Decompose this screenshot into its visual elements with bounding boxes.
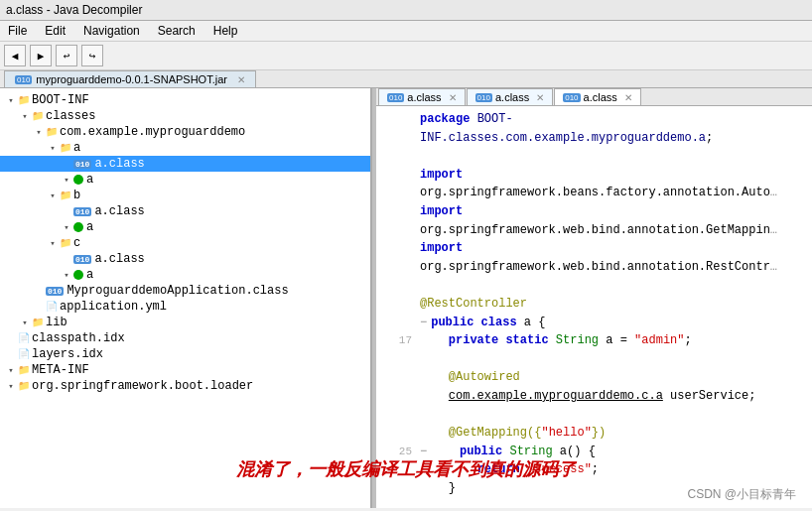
overlay-container: 混淆了，一般反编译工具看不到真的源码了 <box>0 457 812 481</box>
menu-search[interactable]: Search <box>154 23 200 39</box>
main-area: ▾ 📁 BOOT-INF ▾ 📁 classes ▾ 📁 com.example… <box>0 88 812 508</box>
menu-help[interactable]: Help <box>209 23 242 39</box>
code-line-ann1: @RestController <box>384 295 804 314</box>
code-line-import1: import org.springframework.beans.factory… <box>384 166 804 202</box>
menu-edit[interactable]: Edit <box>41 23 69 39</box>
tree-item-spring-loader[interactable]: ▾ 📁 org.springframework.boot.loader <box>0 378 370 394</box>
tab1-label: a.class <box>407 91 441 103</box>
tab2-close[interactable]: ✕ <box>536 92 544 103</box>
tree-item-b-folder[interactable]: ▾ 📁 b <box>0 188 370 203</box>
tree-item-layers[interactable]: 📄 layers.idx <box>0 346 370 362</box>
tree-item-c-aclass[interactable]: 010 a.class <box>0 251 370 267</box>
code-line-blank4 <box>384 406 804 425</box>
watermark: CSDN @小目标青年 <box>687 486 796 503</box>
tree-item-a-inner-1[interactable]: ▾ a <box>0 172 370 188</box>
code-tab-2[interactable]: 010 a.class ✕ <box>467 88 554 105</box>
code-line-import3: import org.springframework.web.bind.anno… <box>384 239 804 276</box>
overlay-cn-text: 混淆了，一般反编译工具看不到真的源码了 <box>236 459 576 479</box>
file-tabs: 010 myproguarddemo-0.0.1-SNAPSHOT.jar ✕ <box>0 70 812 88</box>
tree-item-c-inner[interactable]: ▾ a <box>0 267 370 283</box>
toolbar-undo-button[interactable]: ↩ <box>56 45 77 66</box>
tab3-icon: 010 <box>563 93 580 102</box>
tree-item-package[interactable]: ▾ 📁 com.example.myproguarddemo <box>0 124 370 140</box>
code-panel: 010 a.class ✕ 010 a.class ✕ 010 a.class … <box>376 88 812 508</box>
app-title: a.class - Java Decompiler <box>6 3 142 17</box>
tree-item-meta-inf[interactable]: ▾ 📁 META-INF <box>0 362 370 378</box>
tree-item-classpath[interactable]: 📄 classpath.idx <box>0 330 370 346</box>
code-line-blank3 <box>384 350 804 369</box>
tree-item-a-class[interactable]: 010 a.class <box>0 156 370 172</box>
tree-item-classes[interactable]: ▾ 📁 classes <box>0 108 370 124</box>
tree-panel: ▾ 📁 BOOT-INF ▾ 📁 classes ▾ 📁 com.example… <box>0 88 372 508</box>
tab1-close[interactable]: ✕ <box>449 92 457 103</box>
toolbar-forward-button[interactable]: ▶ <box>30 45 52 66</box>
code-line-pkg: package BOOT-INF.classes.com.example.myp… <box>384 110 804 147</box>
tree-item-boot-inf[interactable]: ▾ 📁 BOOT-INF <box>0 92 370 108</box>
code-content[interactable]: package BOOT-INF.classes.com.example.myp… <box>376 106 812 508</box>
jar-tab-label: myproguarddemo-0.0.1-SNAPSHOT.jar <box>36 73 227 85</box>
code-line-autowired: @Autowired <box>384 368 804 387</box>
toolbar-back-button[interactable]: ◀ <box>4 45 26 66</box>
code-line-import2: import org.springframework.web.bind.anno… <box>384 202 804 239</box>
tree-item-b-aclass[interactable]: 010 a.class <box>0 203 370 219</box>
jar-tab-close[interactable]: ✕ <box>237 74 245 85</box>
code-tab-1[interactable]: 010 a.class ✕ <box>378 88 466 105</box>
tab1-icon: 010 <box>387 93 404 102</box>
tab3-label: a.class <box>584 91 617 103</box>
code-line-getmapping1: @GetMapping({"hello"}) <box>384 424 804 443</box>
tree-item-yml[interactable]: 📄 application.yml <box>0 299 370 315</box>
jar-tab-icon: 010 <box>15 75 32 84</box>
tree-item-b-inner[interactable]: ▾ a <box>0 219 370 235</box>
tab2-label: a.class <box>495 91 529 103</box>
code-line-17: 17 private static String a = "admin"; <box>384 331 804 350</box>
jar-file-tab[interactable]: 010 myproguarddemo-0.0.1-SNAPSHOT.jar ✕ <box>4 70 256 87</box>
toolbar: ◀ ▶ ↩ ↪ <box>0 42 812 70</box>
tree-item-a-folder[interactable]: ▾ 📁 a <box>0 140 370 156</box>
tab3-close[interactable]: ✕ <box>624 92 632 103</box>
tree-item-main-class[interactable]: 010 MyproguarddemoApplication.class <box>0 283 370 299</box>
code-tab-3[interactable]: 010 a.class ✕ <box>554 88 641 105</box>
title-bar: a.class - Java Decompiler <box>0 0 812 21</box>
toolbar-redo-button[interactable]: ↪ <box>81 45 103 66</box>
code-line-class-decl: − public class a { <box>384 314 804 332</box>
menu-navigation[interactable]: Navigation <box>79 23 144 39</box>
tab2-icon: 010 <box>475 93 492 102</box>
code-tabs: 010 a.class ✕ 010 a.class ✕ 010 a.class … <box>376 88 812 106</box>
code-line-blank1 <box>384 147 804 166</box>
code-line-service: com.example.myproguarddemo.c.a userServi… <box>384 387 804 406</box>
menu-file[interactable]: File <box>4 23 31 39</box>
tree-item-c-folder[interactable]: ▾ 📁 c <box>0 235 370 251</box>
tree-item-lib[interactable]: ▾ 📁 lib <box>0 315 370 330</box>
menu-bar: File Edit Navigation Search Help <box>0 21 812 42</box>
code-line-blank2 <box>384 276 804 295</box>
